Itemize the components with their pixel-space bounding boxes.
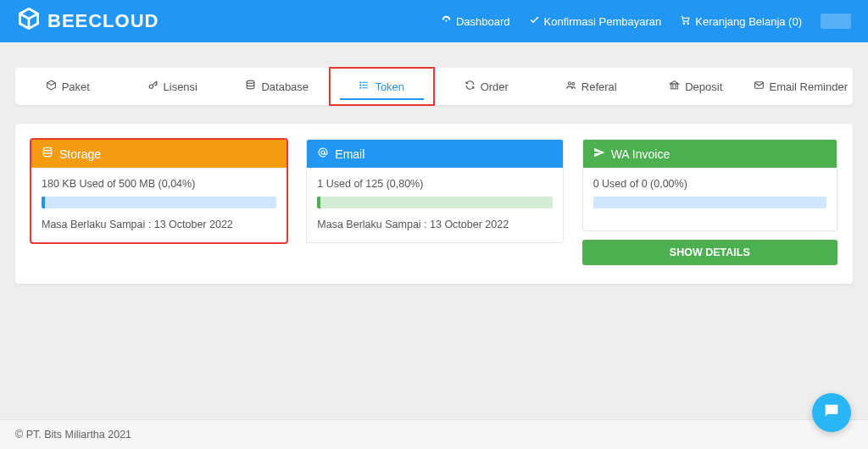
svg-point-12	[360, 85, 361, 86]
tab-token[interactable]: Token	[330, 68, 435, 105]
wa-progress	[593, 197, 826, 208]
svg-point-24	[321, 151, 325, 154]
at-icon	[317, 147, 329, 161]
box-icon	[46, 80, 57, 93]
storage-usage-text: 180 KB Used of 500 MB (0,04%)	[42, 178, 276, 190]
card-email-title: Email	[335, 147, 364, 161]
card-storage-body: 180 KB Used of 500 MB (0,04%) Masa Berla…	[31, 168, 287, 242]
tabs-bar: Paket Lisensi Database Token Order Refer…	[15, 68, 853, 105]
card-wa-body: 0 Used of 0 (0,00%)	[583, 168, 837, 230]
tab-deposit-label: Deposit	[685, 80, 722, 93]
tab-order[interactable]: Order	[434, 68, 539, 105]
nav-keranjang-label: Keranjang Belanja (0)	[695, 15, 802, 28]
svg-rect-25	[827, 407, 835, 408]
user-menu[interactable]	[821, 14, 851, 29]
svg-point-6	[149, 85, 153, 88]
brand-logo-icon	[17, 7, 41, 36]
storage-icon	[42, 147, 53, 161]
dashboard-icon	[441, 14, 452, 28]
svg-point-11	[360, 82, 361, 83]
nav-konfirmasi-label: Konfirmasi Pembayaran	[544, 15, 662, 28]
envelope-icon	[754, 80, 765, 93]
footer-copyright: © PT. Bits Miliartha 2021	[15, 429, 131, 441]
storage-progress-fill	[42, 197, 45, 208]
tab-paket-label: Paket	[62, 80, 90, 93]
check-icon	[529, 14, 540, 28]
chat-fab[interactable]	[812, 393, 851, 432]
svg-marker-16	[670, 81, 679, 84]
svg-point-23	[43, 147, 51, 151]
svg-point-4	[687, 23, 689, 25]
brand[interactable]: BEECLOUD	[17, 7, 159, 36]
svg-rect-26	[827, 410, 832, 411]
email-usage-text: 1 Used of 125 (0,80%)	[317, 178, 552, 190]
send-icon	[593, 147, 605, 161]
email-progress-fill	[317, 197, 320, 208]
tab-email-reminder[interactable]: Email Reminder	[748, 68, 854, 105]
svg-point-7	[248, 80, 255, 83]
tab-lisensi[interactable]: Lisensi	[120, 68, 225, 105]
brand-name: BEECLOUD	[47, 10, 159, 32]
tab-referal-label: Referal	[581, 80, 617, 93]
bank-icon	[669, 80, 680, 93]
list-icon	[359, 80, 370, 93]
email-progress	[317, 197, 552, 208]
database-icon	[245, 80, 256, 93]
card-email-head: Email	[307, 140, 562, 168]
topnav-links: Dashboard Konfirmasi Pembayaran Keranjan…	[441, 14, 851, 29]
svg-point-13	[360, 87, 361, 88]
svg-point-14	[568, 82, 570, 85]
chat-icon	[822, 402, 841, 424]
tab-paket[interactable]: Paket	[15, 68, 120, 105]
tab-database-label: Database	[261, 80, 309, 93]
cart-icon	[680, 14, 691, 28]
nav-dashboard[interactable]: Dashboard	[441, 14, 510, 28]
svg-point-15	[572, 83, 575, 86]
users-icon	[565, 80, 576, 93]
card-wa-invoice: WA Invoice 0 Used of 0 (0,00%)	[582, 139, 837, 231]
card-wa-head: WA Invoice	[583, 140, 837, 168]
svg-point-3	[683, 23, 685, 25]
card-storage: Storage 180 KB Used of 500 MB (0,04%) Ma…	[31, 139, 287, 243]
card-email-body: 1 Used of 125 (0,80%) Masa Berlaku Sampa…	[307, 168, 562, 242]
tab-order-label: Order	[481, 80, 509, 93]
svg-point-2	[445, 20, 447, 22]
refresh-icon	[465, 80, 476, 93]
tab-deposit[interactable]: Deposit	[643, 68, 748, 105]
storage-progress	[42, 197, 276, 208]
card-storage-head: Storage	[31, 140, 287, 168]
email-expiry: Masa Berlaku Sampai : 13 October 2022	[317, 219, 552, 230]
tab-referal[interactable]: Referal	[539, 68, 644, 105]
footer: © PT. Bits Miliartha 2021	[0, 419, 868, 449]
show-details-button[interactable]: SHOW DETAILS	[582, 240, 837, 265]
nav-dashboard-label: Dashboard	[456, 15, 510, 28]
storage-expiry: Masa Berlaku Sampai : 13 October 2022	[42, 219, 276, 230]
tab-email-reminder-label: Email Reminder	[770, 80, 848, 93]
nav-keranjang[interactable]: Keranjang Belanja (0)	[680, 14, 802, 28]
tab-database[interactable]: Database	[225, 68, 330, 105]
nav-konfirmasi[interactable]: Konfirmasi Pembayaran	[529, 14, 662, 28]
tab-lisensi-label: Lisensi	[164, 80, 198, 93]
token-overview-panel: Storage 180 KB Used of 500 MB (0,04%) Ma…	[15, 124, 853, 284]
tab-token-label: Token	[375, 80, 404, 93]
wa-usage-text: 0 Used of 0 (0,00%)	[593, 178, 826, 190]
card-email: Email 1 Used of 125 (0,80%) Masa Berlaku…	[306, 139, 563, 243]
card-storage-title: Storage	[59, 147, 101, 161]
card-wa-title: WA Invoice	[611, 147, 670, 161]
top-navbar: BEECLOUD Dashboard Konfirmasi Pembayaran…	[0, 0, 868, 42]
key-icon	[147, 80, 159, 93]
